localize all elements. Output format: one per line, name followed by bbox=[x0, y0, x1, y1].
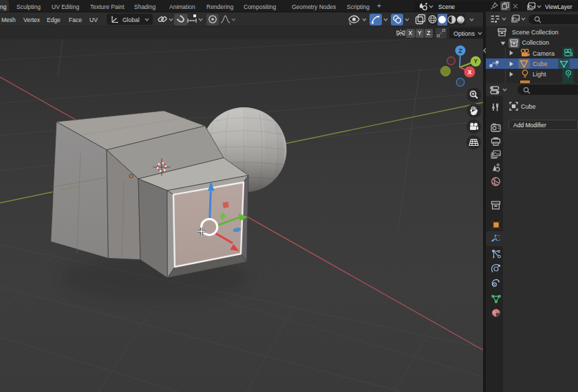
svg-text:Y: Y bbox=[473, 58, 478, 65]
svg-text:Z: Z bbox=[458, 47, 462, 54]
svg-text:X: X bbox=[468, 69, 472, 76]
